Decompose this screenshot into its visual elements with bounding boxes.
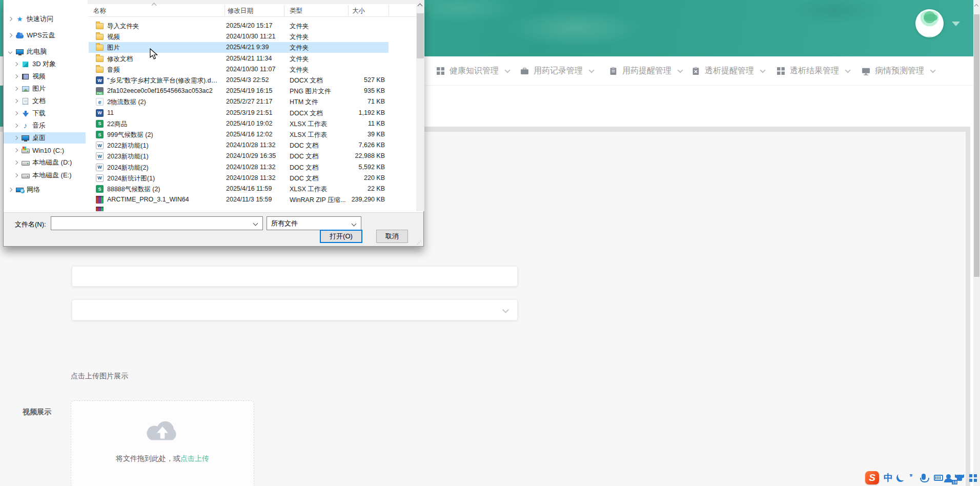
file-row[interactable]: 88888气候数据 (2)2025/4/16 11:59XLSX 工作表22 K… [89,184,416,194]
nav-item-1[interactable]: 健康知识管理 [436,56,508,86]
scroll-up-icon[interactable] [418,4,423,9]
expand-chevron-icon[interactable] [14,160,18,165]
keyboard-icon[interactable] [934,471,943,485]
expand-chevron-icon[interactable] [8,188,12,192]
column-type[interactable]: 类型 [290,7,302,15]
expand-chevron-icon[interactable] [14,62,18,66]
menu-grid-icon[interactable] [969,471,972,485]
page-scrollbar[interactable] [973,0,980,486]
profile-icon[interactable]: 18 [946,471,951,485]
file-row[interactable]: 2024新功能(2)2024/10/28 11:32DOC 文档5,592 KB [89,162,416,173]
file-row[interactable] [89,205,416,211]
skin-icon[interactable] [957,471,962,485]
file-row[interactable]: 112025/3/19 21:51DOCX 文档1,192 KB [89,108,416,118]
sd-ico[interactable] [16,49,24,54]
sd-ico[interactable] [22,161,30,166]
scroll-up-icon[interactable] [974,4,978,8]
nav-item-4[interactable]: 透析提醒管理 [691,56,764,86]
expand-chevron-icon[interactable] [8,17,12,21]
file-row[interactable]: 音频2024/10/30 11:07文件夹 [89,64,416,75]
file-row[interactable]: 2023新功能(1)2024/10/29 16:35DOC 文档22,988 K… [89,151,416,161]
expand-chevron-icon[interactable] [8,33,12,37]
sd-ico[interactable] [23,113,29,117]
sd-ico[interactable]: ♪ [24,122,28,129]
sd-ico[interactable] [23,62,28,67]
sidebar-item-13[interactable]: 本地磁盘 (E:) [4,170,86,181]
sidebar-item-8[interactable]: 下载 [4,108,86,119]
video-upload-dropzone[interactable]: 将文件拖到此处，或点击上传 [71,400,254,486]
sd-ico[interactable] [16,34,24,38]
sd-ico[interactable] [23,98,28,105]
column-name[interactable]: 名称 [93,7,106,15]
file-row[interactable]: 2022新功能(1)2024/10/28 11:32DOC 文档7,626 KB [89,140,416,151]
file-row[interactable]: 视频2024/10/30 11:21文件夹 [89,31,416,42]
file-size: 935 KB [332,87,385,94]
nav-item-3[interactable]: 用药提醒管理 [609,56,681,86]
file-row[interactable]: 导入文件夹2025/4/20 15:17文件夹 [89,21,416,31]
expand-chevron-icon[interactable] [14,74,18,78]
expand-chevron-icon[interactable] [14,99,18,103]
expand-chevron-icon[interactable] [14,124,18,128]
expand-chevron-icon[interactable] [14,87,18,91]
filetype-select[interactable]: 所有文件 [267,216,361,230]
nav-item-2[interactable]: 用药记录管理 [520,56,593,86]
expand-chevron-icon[interactable] [14,148,18,152]
file-row[interactable]: 图片2025/4/21 9:39文件夹 [89,42,416,53]
sd-ico[interactable] [22,149,30,153]
nav-item-5[interactable]: 透析结果管理 [777,56,849,86]
sidebar-item-7[interactable]: 文档 [4,95,86,107]
sidebar-item-11[interactable]: Win10 (C:) [4,145,86,156]
expand-chevron-icon[interactable] [14,173,18,177]
user-menu-caret-icon[interactable] [952,22,960,26]
sidebar-item-10[interactable]: 桌面 [4,132,86,144]
sd-ico[interactable]: ★ [16,15,23,23]
hidden-form-input[interactable] [72,266,518,287]
file-row[interactable]: 2物流数据 (2)2025/2/27 21:17HTM 文件71 KB [89,96,416,107]
sidebar-item-4[interactable]: 3D 对象 [4,58,86,70]
punctuation-icon[interactable]: ’’ [909,471,912,485]
file-name: 22商品 [107,120,220,129]
resize-grip[interactable]: ⋰ [417,240,422,245]
file-row[interactable]: 修改文档2025/4/21 11:34文件夹 [89,53,416,64]
expand-chevron-icon[interactable] [14,136,18,140]
file-row[interactable]: 2024新统计图(1)2024/10/28 11:32DOC 文档220 KB [89,173,416,184]
sidebar-item-2[interactable]: WPS云盘 [4,30,86,41]
sd-ico[interactable] [22,174,30,178]
sidebar-item-5[interactable]: 视频 [4,71,86,82]
column-size[interactable]: 大小 [352,7,365,15]
sidebar-item-9[interactable]: ♪音乐 [4,120,86,131]
moon-icon[interactable] [896,471,905,485]
scrollbar-thumb[interactable] [417,13,424,58]
sidebar-item-14[interactable]: 网络 [4,184,86,195]
user-avatar[interactable] [915,9,944,37]
expand-chevron-icon[interactable] [14,111,18,115]
file-row[interactable]: 999气候数据 (2)2025/4/16 12:02XLSX 工作表39 KB [89,129,416,140]
sort-ascending-icon[interactable] [152,3,157,8]
sd-ico[interactable] [22,135,29,140]
file-row[interactable]: 2fa102eece0c0ef16545663ac053ac22025/4/19… [89,86,416,96]
file-list-scrollbar[interactable] [416,0,424,211]
file-row[interactable]: ARCTIME_PRO_3.1_WIN642024/11/3 15:59WinR… [89,194,416,205]
file-row[interactable]: "乡见"数字乡村文旅平台(修改需求).docx...2025/4/3 22:52… [89,75,416,86]
column-modified[interactable]: 修改日期 [228,7,253,15]
page-scrollbar-thumb[interactable] [974,14,979,277]
sidebar-item-6[interactable]: 图片 [4,83,86,94]
filename-input[interactable] [51,216,263,230]
hidden-form-select[interactable] [72,299,518,320]
sidebar-item-1[interactable]: ★快速访问 [4,13,86,25]
expand-chevron-icon[interactable] [8,50,12,54]
click-upload-link[interactable]: 点击上传 [180,454,209,462]
chinese-mode-icon[interactable]: 中 [884,471,893,485]
file-row[interactable]: 22商品2025/4/10 19:02XLSX 工作表11 KB [89,118,416,129]
sd-ico[interactable] [22,74,29,79]
film-icon [21,74,30,79]
sd-ico[interactable] [22,86,29,92]
sidebar-item-12[interactable]: 本地磁盘 (D:) [4,157,86,168]
sogou-logo-icon[interactable]: S [865,471,879,485]
open-button[interactable]: 打开(O) [320,230,362,243]
microphone-icon[interactable] [922,471,926,485]
nav-item-6[interactable]: 病情预测管理 [862,56,934,86]
sd-ico[interactable] [16,188,24,192]
sidebar-item-3[interactable]: 此电脑 [4,46,86,57]
cancel-button[interactable]: 取消 [376,230,408,243]
